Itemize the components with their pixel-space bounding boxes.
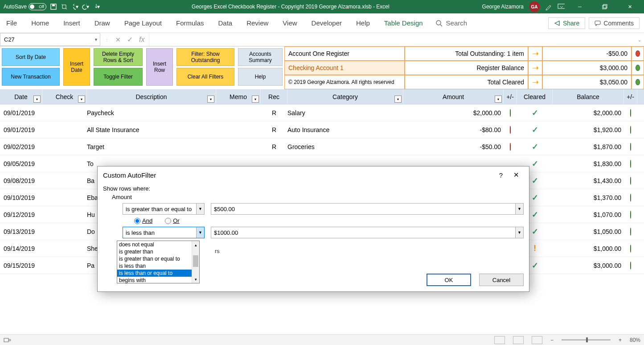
user-name[interactable]: George Alzamora xyxy=(482,4,524,10)
col-rec[interactable]: Rec xyxy=(261,89,287,104)
table-header: Date▾ Check▾ Description▾ Memo▾ Rec Cate… xyxy=(0,89,644,104)
restore-button[interactable] xyxy=(595,0,615,13)
share-button[interactable]: Share xyxy=(548,17,585,29)
minimize-button[interactable]: ─ xyxy=(570,0,590,13)
scroll-up-icon[interactable]: ▴ xyxy=(192,241,199,249)
new-transaction-button[interactable]: New Transaction xyxy=(2,68,60,86)
svg-point-8 xyxy=(9,339,11,341)
svg-rect-6 xyxy=(595,21,600,25)
page-break-button[interactable] xyxy=(532,336,542,344)
sync-icon[interactable] xyxy=(61,3,68,10)
scroll-thumb[interactable] xyxy=(193,255,198,267)
value1-combo[interactable]: $500.00▼ xyxy=(211,203,524,215)
zoom-slider[interactable] xyxy=(562,339,611,341)
close-button[interactable]: ✕ xyxy=(620,0,640,13)
ok-button[interactable]: OK xyxy=(427,274,471,286)
save-icon[interactable] xyxy=(50,3,57,10)
formula-input[interactable]: ⌄ xyxy=(149,33,644,46)
table-row[interactable]: 09/01/2019PaycheckRSalary$2,000.00✓$2,00… xyxy=(0,104,644,121)
user-avatar[interactable]: GA xyxy=(529,1,540,12)
col-date[interactable]: Date▾ xyxy=(0,89,42,104)
value2-combo[interactable]: $1000.00▼ xyxy=(211,227,524,238)
tab-review[interactable]: Review xyxy=(245,17,270,29)
zoom-in-button[interactable]: + xyxy=(619,337,622,343)
insert-date-button[interactable]: Insert Date xyxy=(63,48,90,86)
dropdown-option[interactable]: is greater than xyxy=(117,248,199,255)
sort-by-date-button[interactable]: Sort By Date xyxy=(2,48,60,66)
tab-home[interactable]: Home xyxy=(29,17,51,29)
tab-help[interactable]: Help xyxy=(354,17,372,29)
tab-developer[interactable]: Developer xyxy=(310,17,344,29)
tab-formulas[interactable]: Formulas xyxy=(174,17,206,29)
summary-r2-dot xyxy=(632,61,644,75)
filter-outstanding-button[interactable]: Filter: Show Outstanding xyxy=(176,48,234,66)
pen-icon[interactable] xyxy=(545,3,552,10)
dialog-close-button[interactable]: ✕ xyxy=(509,171,524,179)
fx-icon[interactable]: fx xyxy=(139,36,144,44)
summary-r3-val: $3,050.00 xyxy=(542,75,632,89)
cancel-formula-icon[interactable]: ✕ xyxy=(115,36,121,43)
redo-icon[interactable]: ▾ xyxy=(82,3,89,10)
col-cleared[interactable]: Cleared xyxy=(517,89,553,104)
svg-rect-7 xyxy=(4,338,8,342)
toggle-filter-button[interactable]: Toggle Filter xyxy=(94,68,143,86)
undo-icon[interactable]: ▾ xyxy=(71,3,78,10)
table-row[interactable]: 09/01/2019All State InsuranceRAuto Insur… xyxy=(0,121,644,138)
autosave-toggle[interactable]: AutoSave Off xyxy=(4,3,46,10)
accounts-summary-button[interactable]: Accounts Summary xyxy=(238,48,283,66)
toggle-switch[interactable]: Off xyxy=(29,3,46,10)
tab-view[interactable]: View xyxy=(281,17,299,29)
tab-tabledesign[interactable]: Table Design xyxy=(382,17,425,29)
tab-pagelayout[interactable]: Page Layout xyxy=(123,17,164,29)
help-button[interactable]: Help xyxy=(238,68,283,86)
comments-button[interactable]: Comments xyxy=(589,17,640,29)
tab-file[interactable]: File xyxy=(4,17,19,29)
tab-draw[interactable]: Draw xyxy=(93,17,112,29)
dropdown-scrollbar[interactable]: ▴ ▾ xyxy=(192,241,199,283)
operator1-combo[interactable]: is greater than or equal to▼ xyxy=(123,203,205,215)
tab-data[interactable]: Data xyxy=(216,17,234,29)
col-pm1: +/- xyxy=(504,89,517,104)
macro-record-icon[interactable] xyxy=(4,337,12,343)
dialog-title: Custom AutoFilter xyxy=(103,171,156,179)
dropdown-option[interactable]: is less than or equal to xyxy=(117,270,199,277)
arrow-icon: ➝ xyxy=(528,46,542,61)
zoom-level[interactable]: 80% xyxy=(630,337,640,343)
svg-rect-3 xyxy=(603,5,606,9)
page-layout-button[interactable] xyxy=(513,336,524,344)
col-desc[interactable]: Description▾ xyxy=(87,89,216,104)
summary-r1-mid: Total Outstanding: 1 item xyxy=(405,46,528,61)
and-radio[interactable]: And xyxy=(134,217,152,224)
tab-insert[interactable]: Insert xyxy=(62,17,82,29)
dialog-help-button[interactable]: ? xyxy=(493,171,509,179)
dropdown-option[interactable]: does not equal xyxy=(117,241,199,248)
zoom-out-button[interactable]: − xyxy=(550,337,554,343)
dropdown-option[interactable]: is greater than or equal to xyxy=(117,255,199,262)
summary-r2-mid: Register Balance xyxy=(405,61,528,75)
or-radio[interactable]: Or xyxy=(165,217,179,224)
scroll-down-icon[interactable]: ▾ xyxy=(192,275,199,283)
clear-filters-button[interactable]: Clear All Filters xyxy=(176,68,234,86)
touch-icon[interactable]: ▾ xyxy=(93,3,100,10)
col-pm2: +/- xyxy=(624,89,637,104)
window-title: Georges Excel Checkbook Register - Copyr… xyxy=(103,4,478,10)
search-box[interactable]: Search xyxy=(435,19,468,27)
ribbon-options-icon[interactable] xyxy=(558,3,565,10)
col-cat[interactable]: Category▾ xyxy=(287,89,403,104)
operator-dropdown[interactable]: does not equalis greater thanis greater … xyxy=(117,241,200,283)
accept-formula-icon[interactable]: ✓ xyxy=(127,35,133,44)
insert-row-button[interactable]: Insert Row xyxy=(146,48,173,86)
normal-view-button[interactable] xyxy=(494,336,505,344)
col-amount[interactable]: Amount▾ xyxy=(403,89,504,104)
col-check[interactable]: Check▾ xyxy=(42,89,87,104)
table-row[interactable]: 09/02/2019TargetRGroceries-$50.00✓$1,870… xyxy=(0,138,644,155)
status-bar: − + 80% xyxy=(0,334,644,345)
col-memo[interactable]: Memo▾ xyxy=(216,89,261,104)
operator2-combo[interactable]: is less than▼ xyxy=(123,227,205,238)
dropdown-option[interactable]: begins with xyxy=(117,277,199,284)
delete-empty-button[interactable]: Delete Empty Rows & Sort xyxy=(94,48,143,66)
name-box[interactable]: C27▼ xyxy=(0,33,100,46)
dropdown-option[interactable]: is less than xyxy=(117,262,199,270)
cancel-button[interactable]: Cancel xyxy=(479,274,524,286)
svg-rect-4 xyxy=(603,4,607,8)
